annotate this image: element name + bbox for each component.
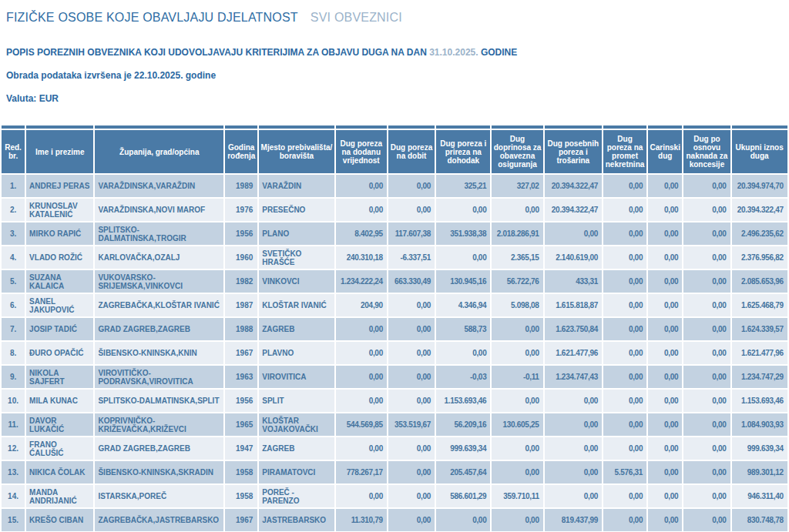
cell-vat-debt: 0,00: [336, 318, 387, 340]
cell-name: MANDA ANDRIJANIĆ: [26, 485, 93, 507]
cell-total-debt: 830.748,78: [732, 509, 787, 531]
cell-residence: ZAGREB: [259, 318, 334, 340]
table-row: 4.VLADO ROŽIĆKARLOVAČKA,OZALJ1960SVETIČK…: [2, 246, 789, 269]
cell-concession-fees-debt: 0,00: [683, 270, 730, 293]
cell-vat-debt: 0,00: [336, 175, 387, 197]
page-title-text: FIZIČKE OSOBE KOJE OBAVLJAJU DJELATNOST: [6, 11, 298, 24]
table-top-strip-cell: [336, 125, 387, 129]
cell-contributions-debt: 0,00: [492, 199, 542, 221]
cell-special-taxes-debt: 433,31: [545, 270, 602, 293]
cell-county-city: SPLITSKO-DALMATINSKA,TROGIR: [95, 223, 223, 245]
table-top-strip-cell: [2, 125, 25, 129]
cell-county-city: ŠIBENSKO-KNINSKA,SKRADIN: [95, 461, 223, 483]
cell-county-city: VARAŽDINSKA,NOVI MAROF: [95, 199, 223, 221]
cell-income-tax-debt: 205.457,64: [436, 461, 490, 483]
cell-income-tax-debt: 4.346,94: [436, 294, 490, 316]
table-top-strip-cell: [225, 125, 257, 129]
cell-vat-debt: 0,00: [336, 366, 387, 388]
cell-county-city: VUKOVARSKO-SRIJEMSKA,VINKOVCI: [95, 270, 223, 293]
cell-special-taxes-debt: 20.394.322,47: [545, 175, 602, 197]
cell-name: KREŠO CIBAN: [26, 509, 93, 531]
cell-vat-debt: 204,90: [336, 294, 387, 316]
cell-real-estate-tax-debt: 0,00: [603, 175, 646, 197]
cell-vat-debt: 1.234.222,24: [336, 270, 387, 293]
cell-total-debt: 2.496.235,62: [732, 223, 787, 245]
cell-birth-year: 1988: [225, 318, 257, 340]
col-header-customs-debt: Carinski dug: [648, 130, 682, 173]
cell-vat-debt: 8.402,95: [336, 223, 387, 245]
cell-profit-tax-debt: 0,00: [388, 390, 435, 412]
list-criteria-suffix: GODINE: [481, 47, 517, 58]
cell-residence: SVETIČKO HRAŠĆE: [259, 246, 334, 269]
cell-county-city: GRAD ZAGREB,ZAGREB: [95, 318, 223, 340]
table-row: 1.ANDREJ PERASVARAŽDINSKA,VARAŽDIN1989VA…: [2, 175, 789, 197]
cell-birth-year: 1958: [225, 461, 257, 483]
cell-birth-year: 1960: [225, 246, 257, 269]
cell-special-taxes-debt: 0,00: [545, 413, 602, 436]
cell-special-taxes-debt: 0,00: [545, 485, 602, 507]
cell-residence: JASTREBARSKO: [259, 509, 334, 531]
currency-label: Valuta: EUR: [6, 93, 789, 104]
processing-date-note: Obrada podataka izvršena je 22.10.2025. …: [6, 70, 789, 81]
cell-customs-debt: 0,00: [648, 413, 682, 436]
cell-contributions-debt: 56.722,76: [492, 270, 542, 293]
cell-row-number: 3.: [2, 223, 25, 245]
cell-profit-tax-debt: 0,00: [388, 485, 435, 507]
cell-total-debt: 989.301,12: [732, 461, 787, 483]
cell-row-number: 14.: [2, 485, 25, 507]
cell-birth-year: 1956: [225, 223, 257, 245]
cell-row-number: 13.: [2, 461, 25, 483]
list-criteria-prefix: POPIS POREZNIH OBVEZNIKA KOJI UDOVOLJAVA…: [6, 47, 427, 58]
cell-real-estate-tax-debt: 0,00: [603, 294, 646, 316]
table-top-strip-cell: [492, 125, 542, 129]
cell-total-debt: 1.625.468,79: [732, 294, 787, 316]
cell-customs-debt: 0,00: [648, 270, 682, 293]
cell-birth-year: 1967: [225, 509, 257, 531]
table-row: 5.SUZANA KALAICAVUKOVARSKO-SRIJEMSKA,VIN…: [2, 270, 789, 293]
cell-county-city: GRAD ZAGREB,ZAGREB: [95, 437, 223, 460]
cell-concession-fees-debt: 0,00: [683, 318, 730, 340]
cell-income-tax-debt: 130.945,16: [436, 270, 490, 293]
cell-special-taxes-debt: 0,00: [545, 223, 602, 245]
cell-row-number: 9.: [2, 366, 25, 388]
col-header-total-debt: Ukupni iznos duga: [732, 130, 787, 173]
cell-residence: PRESEČNO: [259, 199, 334, 221]
cell-income-tax-debt: 0,00: [436, 509, 490, 531]
table-row: 6.SANEL JAKUPOVIĆZAGREBAČKA,KLOŠTAR IVAN…: [2, 294, 789, 316]
cell-customs-debt: 0,00: [648, 509, 682, 531]
cell-name: SUZANA KALAICA: [26, 270, 93, 293]
cell-contributions-debt: 0,00: [492, 390, 542, 412]
cell-vat-debt: 11.310,79: [336, 509, 387, 531]
cell-county-city: ZAGREBAČKA,JASTREBARSKO: [95, 509, 223, 531]
cell-birth-year: 1982: [225, 270, 257, 293]
col-header-concession-fees-debt: Dug po osnovu naknada za koncesije: [683, 130, 730, 173]
cell-total-debt: 2.376.956,82: [732, 246, 787, 269]
cell-contributions-debt: 0,00: [492, 342, 542, 364]
table-top-strip-cell: [436, 125, 490, 129]
cell-concession-fees-debt: 0,00: [683, 199, 730, 221]
debtors-table-container: Red. br.Ime i prezimeŽupanija, grad/opći…: [0, 124, 789, 532]
col-header-name: Ime i prezime: [26, 130, 93, 173]
col-header-special-taxes-debt: Dug posebnih poreza i trošarina: [545, 130, 602, 173]
cell-total-debt: 2.085.653,96: [732, 270, 787, 293]
cell-concession-fees-debt: 0,00: [683, 342, 730, 364]
cell-total-debt: 1.624.339,57: [732, 318, 787, 340]
cell-customs-debt: 0,00: [648, 461, 682, 483]
cell-concession-fees-debt: 0,00: [683, 413, 730, 436]
col-header-birth-year: Godina rođenja: [225, 130, 257, 173]
cell-residence: KLOŠTAR VOJAKOVAČKI: [259, 413, 334, 436]
cell-profit-tax-debt: 0,00: [388, 318, 435, 340]
cell-name: SANEL JAKUPOVIĆ: [26, 294, 93, 316]
cell-customs-debt: 0,00: [648, 390, 682, 412]
cell-name: ANDREJ PERAS: [26, 175, 93, 197]
table-row: 14.MANDA ANDRIJANIĆISTARSKA,POREČ1958POR…: [2, 485, 789, 507]
cell-income-tax-debt: 588,73: [436, 318, 490, 340]
cell-contributions-debt: 130.605,25: [492, 413, 542, 436]
cell-vat-debt: 778.267,17: [336, 461, 387, 483]
cell-contributions-debt: 327,02: [492, 175, 542, 197]
table-row: 7.JOSIP TADIĆGRAD ZAGREB,ZAGREB1988ZAGRE…: [2, 318, 789, 340]
table-top-strip-cell: [603, 125, 646, 129]
tab-svi-obveznici[interactable]: SVI OBVEZNICI: [311, 11, 402, 24]
cell-income-tax-debt: 325,21: [436, 175, 490, 197]
cell-birth-year: 1963: [225, 366, 257, 388]
